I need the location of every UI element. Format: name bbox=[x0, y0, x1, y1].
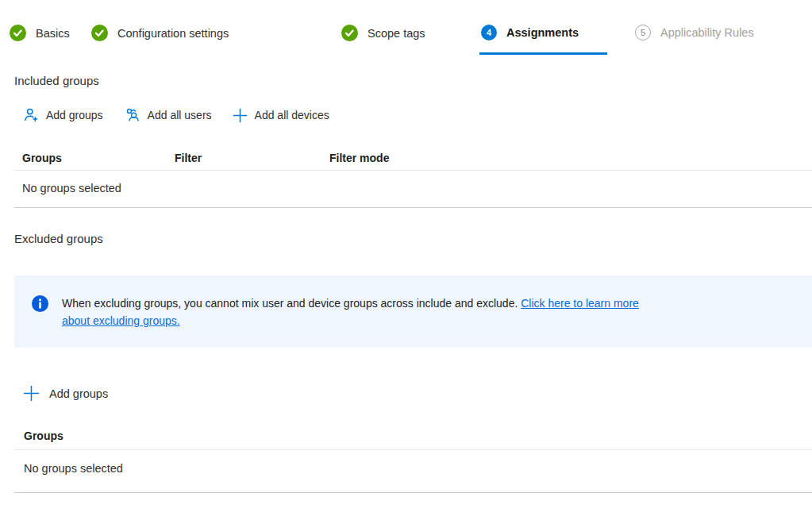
check-circle-icon bbox=[10, 25, 26, 41]
column-header-filter-mode: Filter mode bbox=[329, 152, 812, 164]
excluded-add-groups-button[interactable]: Add groups bbox=[23, 385, 108, 402]
people-icon bbox=[124, 107, 140, 123]
info-banner-message: When excluding groups, you cannot mix us… bbox=[62, 297, 518, 310]
excluded-groups-empty-row: No groups selected bbox=[14, 450, 812, 493]
add-groups-button[interactable]: Add groups bbox=[23, 107, 103, 123]
add-all-devices-label: Add all devices bbox=[255, 109, 329, 121]
active-step-underline bbox=[479, 52, 607, 55]
assignments-wizard-page: Basics Configuration settings Scope tags… bbox=[0, 0, 812, 516]
info-icon bbox=[32, 295, 48, 312]
step-configuration-settings[interactable]: Configuration settings bbox=[91, 25, 229, 41]
step-label: Assignments bbox=[506, 26, 579, 39]
step-scope-tags[interactable]: Scope tags bbox=[341, 25, 425, 41]
column-header-filter: Filter bbox=[175, 152, 329, 164]
step-label: Basics bbox=[36, 27, 70, 40]
check-circle-icon bbox=[91, 25, 108, 41]
column-header-groups: Groups bbox=[24, 429, 63, 442]
info-banner-text: When excluding groups, you cannot mix us… bbox=[62, 295, 639, 329]
included-groups-title: Included groups bbox=[14, 74, 812, 88]
check-circle-icon bbox=[341, 25, 358, 41]
person-add-icon bbox=[23, 107, 39, 123]
excluded-add-groups-label: Add groups bbox=[49, 387, 108, 400]
add-all-devices-button[interactable]: Add all devices bbox=[233, 108, 329, 123]
column-header-groups: Groups bbox=[22, 152, 175, 164]
excluded-groups-table-header: Groups bbox=[14, 429, 812, 450]
plus-icon bbox=[233, 108, 248, 123]
plus-icon bbox=[23, 385, 40, 402]
step-number-badge: 5 bbox=[635, 25, 651, 40]
wizard-steps: Basics Configuration settings Scope tags… bbox=[0, 0, 812, 56]
step-assignments[interactable]: 4 Assignments bbox=[481, 25, 579, 40]
add-groups-label: Add groups bbox=[46, 109, 103, 121]
step-basics[interactable]: Basics bbox=[10, 25, 70, 41]
excluded-groups-title: Excluded groups bbox=[14, 232, 812, 246]
add-all-users-label: Add all users bbox=[148, 109, 212, 121]
assignments-content: Included groups Add groups bbox=[0, 56, 812, 493]
included-groups-empty-row: No groups selected bbox=[14, 171, 812, 208]
included-groups-toolbar: Add groups Add all users Add all devices bbox=[23, 107, 812, 123]
step-applicability-rules[interactable]: 5 Applicability Rules bbox=[635, 25, 754, 40]
step-number-badge: 4 bbox=[481, 25, 497, 40]
add-all-users-button[interactable]: Add all users bbox=[124, 107, 212, 123]
step-label: Scope tags bbox=[368, 27, 425, 40]
included-groups-table-header: Groups Filter Filter mode bbox=[14, 147, 812, 171]
step-label: Configuration settings bbox=[117, 27, 229, 40]
step-label: Applicability Rules bbox=[660, 26, 754, 39]
info-banner: When excluding groups, you cannot mix us… bbox=[14, 275, 812, 348]
